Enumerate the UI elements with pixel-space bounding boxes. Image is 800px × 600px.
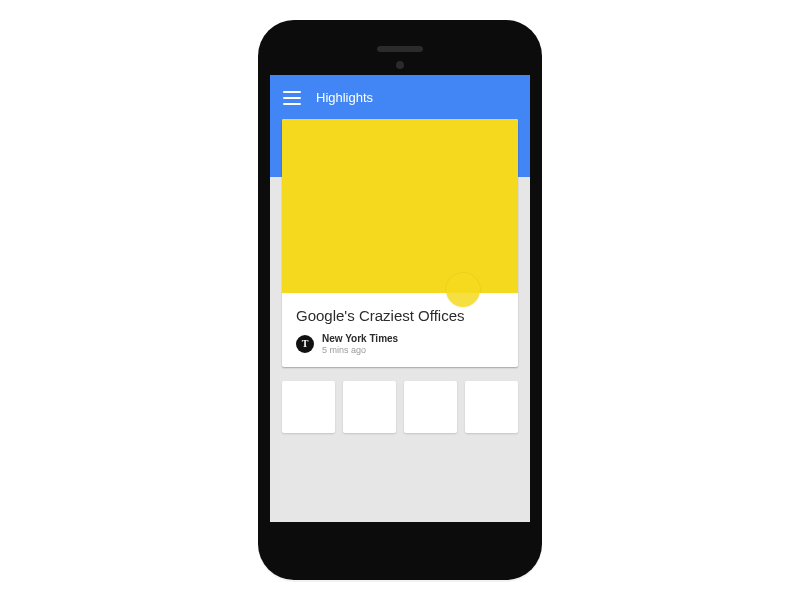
phone-earpiece [377,46,423,52]
app-bar-title: Highlights [316,88,373,108]
source-text: New York Times 5 mins ago [322,333,398,355]
card-source-row: T New York Times 5 mins ago [296,333,504,355]
stage: Highlights Google's Craziest Offices T [0,0,800,600]
phone-frame: Highlights Google's Craziest Offices T [258,20,542,580]
thumbnail-card[interactable] [465,381,518,433]
card-hero-image [282,119,518,293]
menu-icon[interactable] [282,88,302,108]
thumbnail-card[interactable] [343,381,396,433]
card-body: Google's Craziest Offices T New York Tim… [282,293,518,367]
source-name: New York Times [322,333,398,345]
card-stack: Google's Craziest Offices T New York Tim… [282,119,518,433]
content-area[interactable]: Google's Craziest Offices T New York Tim… [270,177,530,522]
touch-ripple-icon [446,273,480,307]
source-time: 5 mins ago [322,345,398,355]
thumbnail-card[interactable] [404,381,457,433]
card-title: Google's Craziest Offices [296,307,504,324]
app-screen: Highlights Google's Craziest Offices T [270,75,530,522]
phone-camera [396,61,404,69]
thumbnail-card[interactable] [282,381,335,433]
article-card[interactable]: Google's Craziest Offices T New York Tim… [282,119,518,367]
thumbnail-row [282,381,518,433]
source-avatar-glyph: T [302,338,309,349]
source-avatar-icon: T [296,335,314,353]
